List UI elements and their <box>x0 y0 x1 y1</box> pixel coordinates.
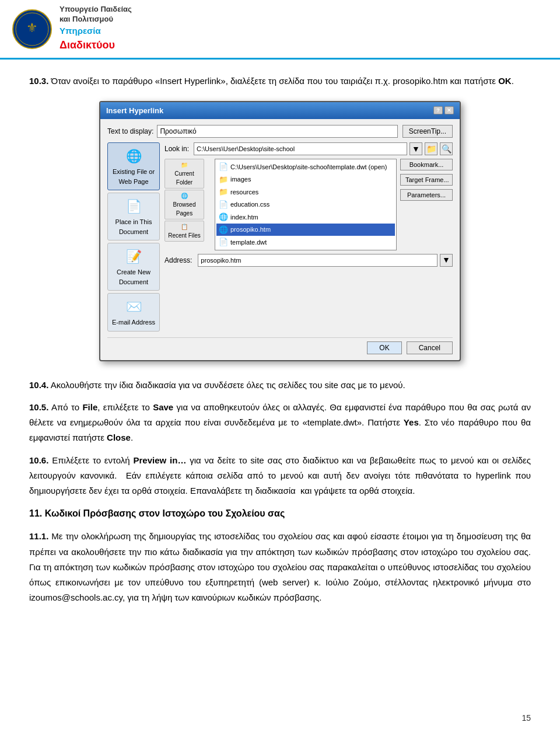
header-logo: ⚜ <box>12 9 52 50</box>
current-folder-label: Current Folder <box>167 169 201 187</box>
look-in-label: Look in: <box>164 144 189 154</box>
dialog-body: Text to display: ScreenTip... 🌐 Existing… <box>100 119 460 360</box>
existing-file-icon: 🌐 <box>126 146 142 166</box>
page-number: 15 <box>522 712 531 724</box>
content: 10.3. Όταν ανοίξει το παράθυρο «Insert H… <box>0 60 560 636</box>
text-display-label: Text to display: <box>107 126 153 137</box>
file-icon-index: 🌐 <box>219 211 228 223</box>
file-name-resources: resources <box>230 187 258 197</box>
look-in-dropdown-btn[interactable]: ▼ <box>410 142 422 155</box>
target-frame-button[interactable]: Target Frame... <box>400 174 453 186</box>
text-display-input[interactable] <box>157 125 397 138</box>
sidebar-existing-file[interactable]: 🌐 Existing File or Web Page <box>107 142 160 190</box>
header: ⚜ Υπουργείο Παιδείας και Πολιτισμού Υπηρ… <box>0 0 560 60</box>
recent-files-label: Recent Files <box>168 231 201 240</box>
page: ⚜ Υπουργείο Παιδείας και Πολιτισμού Υπηρ… <box>0 0 560 736</box>
dialog-mid-col: 📁 Current Folder 🌐 Browsed Pages 📋 <box>164 159 211 250</box>
section-11-1: 11.1. Με την ολοκλήρωση της δημιουργίας … <box>29 529 531 605</box>
section-11-heading-block: 11. Κωδικοί Πρόσβασης στον Ιστοχώρο του … <box>29 505 531 522</box>
insert-hyperlink-dialog: Insert Hyperlink ? ✕ Text to display: Sc… <box>99 101 461 361</box>
svg-text:⚜: ⚜ <box>26 20 38 35</box>
dialog-right-col: Bookmark... Target Frame... Parameters..… <box>400 159 453 250</box>
file-icon-prosopiko: 🌐 <box>219 224 228 236</box>
file-name-education-css: education.css <box>230 200 270 210</box>
file-name-template-open: C:\Users\User\Desktop\site-school\templa… <box>230 162 387 172</box>
dialog-footer: OK Cancel <box>107 337 453 354</box>
place-in-doc-icon: 📄 <box>126 197 142 216</box>
ministry-line1: Υπουργείο Παιδείας <box>60 5 132 15</box>
dialog-close-btn[interactable]: ✕ <box>444 106 454 114</box>
section-10-4-text: 10.4. Ακολουθήστε την ίδια διαδικασία γι… <box>29 380 405 390</box>
current-folder-icon: 📁 <box>181 161 188 169</box>
dialog-center: Look in: ▼ 📁 🔍 <box>164 142 453 332</box>
look-in-input[interactable] <box>194 142 407 155</box>
browsed-pages-icon: 🌐 <box>181 191 188 200</box>
section-10-5-text: 10.5. Από το File, επιλέξετε το Save για… <box>29 402 531 443</box>
file-icon-template-dwt: 📄 <box>219 236 228 248</box>
file-list: 📄 C:\Users\User\Desktop\site-school\temp… <box>215 159 397 250</box>
address-label: Address: <box>164 255 192 266</box>
sidebar-place-in-doc[interactable]: 📄 Place in This Document <box>107 193 160 240</box>
sidebar-email[interactable]: ✉️ E-mail Address <box>107 293 160 332</box>
browsed-pages-btn[interactable]: 🌐 Browsed Pages <box>164 190 204 219</box>
section-10-5: 10.5. Από το File, επιλέξετε το Save για… <box>29 400 531 446</box>
sidebar-place-in-doc-label: Place in This Document <box>110 217 157 236</box>
dialog-titlebar-buttons: ? ✕ <box>433 106 454 114</box>
current-folder-btn[interactable]: 📁 Current Folder <box>164 159 204 189</box>
dialog-sidebar: 🌐 Existing File or Web Page 📄 Place in T… <box>107 142 160 332</box>
file-icon-template-open: 📄 <box>219 161 228 173</box>
dialog-wrapper: Insert Hyperlink ? ✕ Text to display: Sc… <box>29 101 531 361</box>
address-input[interactable] <box>198 254 438 267</box>
look-in-row: Look in: ▼ 📁 🔍 <box>164 142 453 155</box>
service1: Υπηρεσία <box>60 25 132 38</box>
address-row: Address: ▼ <box>164 254 453 267</box>
section-10-4: 10.4. Ακολουθήστε την ίδια διαδικασία γι… <box>29 378 531 393</box>
dialog-help-btn[interactable]: ? <box>433 106 443 114</box>
create-new-icon: 📝 <box>126 247 142 266</box>
file-item-images[interactable]: 📁 images <box>216 173 395 186</box>
section-10-6: 10.6. Επιλέξετε το εντολή Preview in… γι… <box>29 453 531 499</box>
file-name-images: images <box>230 175 251 184</box>
section-10-3: 10.3. Όταν ανοίξει το παράθυρο «Insert H… <box>29 74 531 89</box>
service2: Διαδικτύου <box>60 37 132 53</box>
file-icon-resources: 📁 <box>219 186 228 198</box>
sidebar-create-new-label: Create New Document <box>110 267 157 287</box>
ok-button[interactable]: OK <box>367 341 401 354</box>
look-in-up-btn[interactable]: 📁 <box>425 142 438 155</box>
address-dropdown-btn[interactable]: ▼ <box>440 254 453 267</box>
file-item-resources[interactable]: 📁 resources <box>216 186 395 198</box>
file-item-prosopiko[interactable]: 🌐 prosopiko.htm <box>216 224 395 236</box>
file-name-index: index.htm <box>230 212 258 222</box>
ministry-line2: και Πολιτισμού <box>60 15 132 25</box>
dialog-titlebar: Insert Hyperlink ? ✕ <box>100 102 460 120</box>
section-11-1-text: 11.1. Με την ολοκλήρωση της δημιουργίας … <box>29 531 531 602</box>
bookmark-button[interactable]: Bookmark... <box>400 159 453 170</box>
file-item-index[interactable]: 🌐 index.htm <box>216 211 395 224</box>
browsed-pages-label: Browsed Pages <box>167 200 201 218</box>
recent-files-icon: 📋 <box>181 222 188 231</box>
file-item-template-dwt[interactable]: 📄 template.dwt <box>216 236 395 249</box>
section-10-6-text: 10.6. Επιλέξετε το εντολή Preview in… γι… <box>29 455 531 496</box>
text-display-row: Text to display: ScreenTip... <box>107 125 453 138</box>
file-name-template-dwt: template.dwt <box>230 238 267 247</box>
header-text: Υπουργείο Παιδείας και Πολιτισμού Υπηρεσ… <box>60 5 132 53</box>
dialog-title: Insert Hyperlink <box>106 105 163 117</box>
section-11-heading: 11. Κωδικοί Πρόσβασης στον Ιστοχώρο του … <box>29 508 285 518</box>
section-10-3-text: 10.3. Όταν ανοίξει το παράθυρο «Insert H… <box>29 76 514 86</box>
recent-files-btn[interactable]: 📋 Recent Files <box>164 221 204 242</box>
file-icon-images: 📁 <box>219 174 228 186</box>
file-name-prosopiko: prosopiko.htm <box>230 225 271 235</box>
screentip-button[interactable]: ScreenTip... <box>402 125 453 138</box>
file-item-template-open[interactable]: 📄 C:\Users\User\Desktop\site-school\temp… <box>216 161 395 173</box>
file-icon-education-css: 📄 <box>219 199 228 211</box>
sidebar-email-label: E-mail Address <box>112 318 155 327</box>
file-item-education-css[interactable]: 📄 education.css <box>216 198 395 211</box>
email-icon: ✉️ <box>126 297 142 316</box>
sidebar-create-new[interactable]: 📝 Create New Document <box>107 243 160 291</box>
parameters-button[interactable]: Parameters... <box>400 189 453 201</box>
look-in-search-btn[interactable]: 🔍 <box>440 142 453 155</box>
sidebar-existing-file-label: Existing File or Web Page <box>110 167 157 186</box>
cancel-button[interactable]: Cancel <box>407 341 453 354</box>
